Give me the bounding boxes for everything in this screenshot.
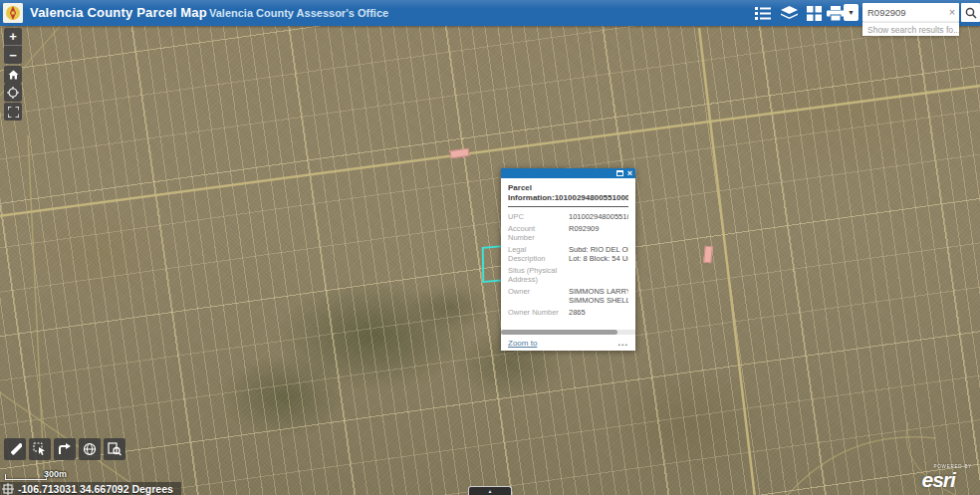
zoom-to-link[interactable]: Zoom to [508,339,537,348]
field-label: Owner [508,287,563,305]
legend-button[interactable] [753,4,773,22]
page-title: Valencia County Parcel Map [30,5,207,20]
popup-body: Parcel Information:10100294800551000 UPC… [501,178,635,351]
crosshair-icon[interactable] [2,483,14,495]
field-value: 2865 [569,308,628,317]
extent-corners-icon [8,107,19,118]
popup-maximize-icon[interactable] [616,170,623,176]
popup-close-icon[interactable]: × [627,169,632,177]
field-label: Legal Description [508,245,563,263]
layers-button[interactable] [779,4,799,22]
zoom-control-group: + − [4,28,22,64]
app-header: Valencia County Parcel Map Valencia Coun… [0,0,980,26]
field-label: Situs (Physical Address) [508,266,563,284]
map-canvas[interactable] [0,26,980,495]
home-extent-button[interactable] [4,66,22,84]
home-icon [8,70,19,80]
basemap-gallery-button[interactable] [804,4,824,22]
field-row: Situs (Physical Address) [508,266,628,284]
popup-divider [508,206,628,207]
bent-arrow-icon [58,442,72,456]
coordinates-text: -106.713031 34.667092 Degrees [18,483,173,495]
popup-title: Parcel Information:10100294800551000 [508,183,628,203]
field-row: Account Number R092909 [508,224,628,242]
app-window: Valencia County Parcel Map Valencia Coun… [0,0,980,495]
my-location-button[interactable] [4,84,22,102]
locate-icon [7,87,19,99]
powered-by-text: POWERED BY [933,464,972,469]
zoom-out-button[interactable]: − [4,46,22,64]
field-row: UPC 10100294800551000 [508,212,628,221]
field-row: Owner SIMMONS LARRY SIMMONS SHELLY [508,287,628,305]
draw-tool-button[interactable] [4,438,26,460]
measurement-tool-button[interactable] [54,438,76,460]
search-document-icon [108,442,122,456]
popup-footer: Zoom to ... [501,335,635,351]
select-tool-button[interactable] [29,438,51,460]
grid-icon [807,6,822,21]
search-suggestion-item[interactable]: Show search results fo... [862,22,959,36]
basemap-tool-button[interactable] [79,438,101,460]
field-row: Owner Number 2865 [508,308,628,317]
search-icon [965,7,977,19]
field-label: Account Number [508,224,563,242]
scale-label: 300m [44,469,67,479]
field-value: Subd: RIO DEL OR Lot: 8 Block: 54 Ur [569,245,628,263]
parcel-info-popup: × Parcel Information:10100294800551000 U… [501,168,635,351]
attribute-table-toggle[interactable]: ▲ [468,486,512,495]
layers-icon [781,6,798,21]
field-value: SIMMONS LARRY SIMMONS SHELLY [569,287,628,305]
field-value: R092909 [569,224,628,242]
search-button[interactable] [961,3,980,22]
field-row: Legal Description Subd: RIO DEL OR Lot: … [508,245,628,263]
field-label: UPC [508,212,563,221]
zoom-in-button[interactable]: + [4,28,22,46]
esri-attribution: POWERED BY esri [921,464,972,490]
globe-icon [83,442,97,456]
search-source-dropdown[interactable]: ▼ [844,4,858,21]
printer-icon [827,6,845,21]
county-seal-logo [3,3,23,23]
coordinate-readout: -106.713031 34.667092 Degrees [0,482,181,495]
select-cursor-icon [33,442,47,456]
field-value: 10100294800551000 [569,212,628,221]
pencil-icon [9,443,22,456]
popup-titlebar: × [501,168,635,178]
print-button[interactable] [826,4,846,22]
field-label: Owner Number [508,308,563,317]
search-input[interactable] [862,3,959,22]
page-subtitle: Valencia County Assessor's Office [209,7,388,19]
field-value [569,266,628,284]
scale-bar [5,474,47,480]
search-clear-icon[interactable]: × [946,5,958,19]
esri-logo: esri [921,469,972,490]
full-extent-button[interactable] [4,103,22,121]
legend-list-icon [755,7,771,20]
query-tool-button[interactable] [104,438,125,460]
popup-more-menu[interactable]: ... [617,341,628,346]
